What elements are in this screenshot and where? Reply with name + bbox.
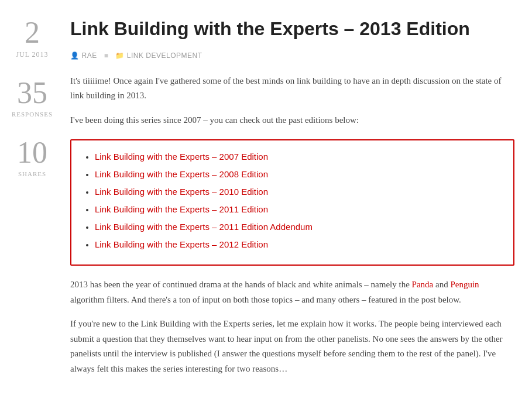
shares-label: SHARES — [18, 169, 46, 180]
list-item: Link Building with the Experts – 2010 Ed… — [95, 185, 502, 199]
edition-link-5[interactable]: Link Building with the Experts – 2012 Ed… — [95, 239, 268, 249]
past-editions-list: Link Building with the Experts – 2007 Ed… — [83, 150, 502, 252]
sidebar: 2 JUL 2013 35 RESPONSES 10 SHARES — [0, 12, 64, 407]
panda-link[interactable]: Panda — [412, 280, 434, 289]
body-paragraph-2: If you're new to the Link Building with … — [70, 317, 514, 376]
edition-link-2[interactable]: Link Building with the Experts – 2010 Ed… — [95, 187, 268, 197]
list-item: Link Building with the Experts – 2011 Ed… — [95, 220, 502, 234]
meta-divider: ■ — [104, 50, 109, 61]
article-meta: 👤 RAE ■ 📁 LINK DEVELOPMENT — [70, 50, 514, 61]
penguin-link[interactable]: Penguin — [450, 280, 479, 289]
meta-category: 📁 LINK DEVELOPMENT — [115, 50, 202, 61]
list-item: Link Building with the Experts – 2007 Ed… — [95, 150, 502, 164]
body-paragraph-1: 2013 has been the year of continued dram… — [70, 277, 514, 307]
intro-paragraph-1: It's tiiiiime! Once again I've gathered … — [70, 74, 514, 104]
date-number: 2 — [25, 18, 40, 48]
body1-suffix: algorithm filters. And there's a ton of … — [70, 295, 461, 304]
author-name: RAE — [82, 50, 97, 61]
past-editions-box: Link Building with the Experts – 2007 Ed… — [70, 139, 514, 266]
body1-prefix: 2013 has been the year of continued dram… — [70, 280, 412, 289]
page-wrapper: 2 JUL 2013 35 RESPONSES 10 SHARES Link B… — [0, 0, 532, 419]
list-item: Link Building with the Experts – 2012 Ed… — [95, 238, 502, 252]
author-icon: 👤 — [70, 50, 80, 61]
category-name: LINK DEVELOPMENT — [127, 51, 202, 60]
edition-link-1[interactable]: Link Building with the Experts – 2008 Ed… — [95, 169, 268, 179]
list-item: Link Building with the Experts – 2011 Ed… — [95, 202, 502, 217]
responses-number: 35 — [17, 78, 47, 108]
list-item: Link Building with the Experts – 2008 Ed… — [95, 167, 502, 181]
date-label: JUL 2013 — [16, 49, 48, 60]
edition-link-0[interactable]: Link Building with the Experts – 2007 Ed… — [95, 152, 268, 162]
date-stat: 2 JUL 2013 — [16, 18, 48, 60]
article-body: It's tiiiiime! Once again I've gathered … — [70, 74, 514, 377]
edition-link-3[interactable]: Link Building with the Experts – 2011 Ed… — [95, 204, 268, 214]
body1-middle: and — [433, 280, 450, 289]
meta-author: 👤 RAE — [70, 50, 97, 61]
shares-stat: 10 SHARES — [17, 138, 47, 180]
article-title: Link Building with the Experts – 2013 Ed… — [70, 18, 514, 40]
shares-number: 10 — [17, 138, 47, 168]
category-icon: 📁 — [115, 51, 125, 60]
main-content: Link Building with the Experts – 2013 Ed… — [64, 12, 532, 407]
responses-stat: 35 RESPONSES — [12, 78, 53, 120]
responses-label: RESPONSES — [12, 109, 53, 120]
intro-paragraph-2: I've been doing this series since 2007 –… — [70, 113, 514, 128]
edition-link-4[interactable]: Link Building with the Experts – 2011 Ed… — [95, 222, 313, 232]
